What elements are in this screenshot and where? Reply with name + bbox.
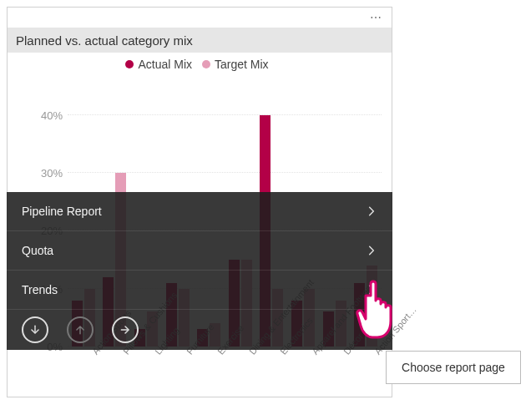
more-options-icon[interactable]: ⋯ — [370, 11, 383, 24]
tooltip-text: Choose report page — [402, 361, 505, 374]
chevron-right-icon — [366, 205, 377, 217]
page-picker-actions — [7, 310, 392, 350]
chart-x-labels: Action SportsPillows & CushionsLightingF… — [68, 347, 382, 397]
choose-report-page-tooltip: Choose report page — [386, 351, 521, 384]
chart-x-tick-label: Lighting — [153, 350, 191, 382]
arrow-down-circle-icon[interactable] — [22, 316, 48, 343]
page-picker-item-label: Pipeline Report — [22, 205, 102, 218]
page-picker-item[interactable]: Quota — [7, 231, 392, 271]
chart-y-tick-label: 30% — [29, 167, 63, 180]
chart-x-tick-label: Exercise — [215, 350, 254, 382]
tile-header: ⋯ — [8, 8, 392, 28]
chart-y-tick-label: 40% — [29, 109, 63, 121]
legend-swatch-target — [202, 60, 210, 68]
page-picker-item[interactable]: Trends — [7, 271, 392, 310]
legend-swatch-actual — [125, 60, 134, 68]
page-picker-item-label: Trends — [22, 283, 58, 296]
page-picker-item[interactable]: Pipeline Report — [7, 192, 392, 231]
arrow-up-circle-icon[interactable] — [67, 316, 94, 343]
legend-label-target: Target Mix — [215, 58, 269, 71]
chart-x-tick-label: Décor — [341, 350, 380, 382]
chart-x-tick-label: Furniture — [185, 350, 223, 382]
tile-title-bar: Planned vs. actual category mix — [8, 28, 392, 53]
chart-x-tick-label: Action Sports — [90, 350, 129, 382]
tile-title: Planned vs. actual category mix — [16, 33, 193, 48]
legend-entry-target: Target Mix — [202, 58, 269, 71]
chevron-right-icon — [366, 245, 377, 256]
arrow-right-circle-icon[interactable] — [112, 316, 139, 343]
chart-x-tick-label: Apparel and Footwear — [310, 350, 348, 382]
chart-x-tick-label: Pillows & Cushions — [121, 350, 159, 382]
page-picker-panel: Pipeline ReportQuotaTrends — [7, 192, 392, 350]
page-picker-item-label: Quota — [22, 244, 53, 257]
legend-entry-actual: Actual Mix — [125, 58, 192, 71]
chart-legend: Actual Mix Target Mix — [8, 53, 392, 71]
pointer-hand-icon — [352, 276, 399, 342]
legend-label-actual: Actual Mix — [138, 58, 192, 71]
chart-x-tick-label: Electronics — [278, 350, 316, 382]
chart-x-tick-label: Dining & Entertainment — [247, 350, 286, 382]
